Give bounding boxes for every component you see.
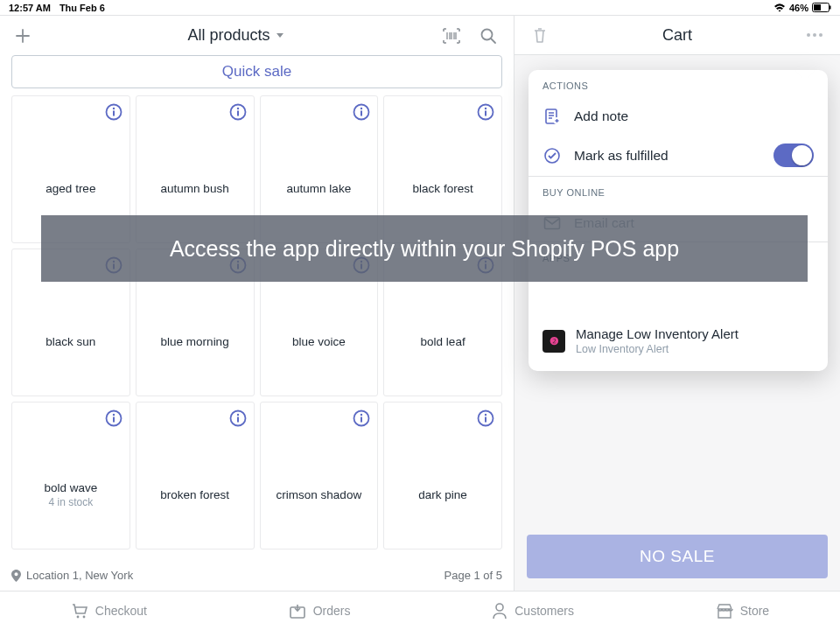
products-title-dropdown[interactable]: All products xyxy=(42,26,430,45)
svg-rect-2 xyxy=(830,6,831,10)
tab-orders[interactable]: Orders xyxy=(289,603,351,619)
product-grid: aged tree autumn bush autumn lake black … xyxy=(0,95,514,560)
products-footer: Location 1, New York Page 1 of 5 xyxy=(0,560,514,591)
svg-rect-39 xyxy=(485,417,486,423)
person-icon xyxy=(492,602,508,620)
tab-checkout[interactable]: Checkout xyxy=(71,603,147,619)
check-circle-icon xyxy=(542,146,562,165)
more-button[interactable] xyxy=(800,20,830,50)
app-row-subtitle: Low Inventory Alert xyxy=(576,343,738,355)
status-time: 12:57 AM xyxy=(9,3,51,13)
no-sale-button[interactable]: NO SALE xyxy=(527,535,828,578)
promo-banner: Access the app directly within your Shop… xyxy=(41,215,808,282)
svg-point-47 xyxy=(76,616,79,619)
info-icon[interactable] xyxy=(105,410,122,427)
note-add-icon xyxy=(542,107,562,126)
actions-section-label: ACTIONS xyxy=(528,70,828,98)
mark-fulfilled-row[interactable]: Mark as fulfilled xyxy=(528,135,828,176)
cart-header: Cart xyxy=(514,16,840,55)
cart-icon xyxy=(71,603,88,619)
info-icon[interactable] xyxy=(477,103,494,121)
svg-point-14 xyxy=(485,108,486,109)
svg-rect-15 xyxy=(485,111,486,116)
svg-rect-6 xyxy=(113,111,115,116)
info-icon[interactable] xyxy=(477,410,494,427)
svg-rect-30 xyxy=(113,417,115,423)
svg-point-32 xyxy=(236,414,238,416)
products-header: All products xyxy=(0,16,514,55)
info-icon[interactable] xyxy=(105,103,122,121)
inbox-icon xyxy=(289,603,306,619)
status-bar: 12:57 AM Thu Feb 6 46% xyxy=(0,0,840,15)
cart-title: Cart xyxy=(555,26,800,45)
svg-point-29 xyxy=(113,414,115,416)
svg-point-11 xyxy=(360,108,362,109)
location-label[interactable]: Location 1, New York xyxy=(26,569,133,582)
add-note-label: Add note xyxy=(574,108,628,124)
product-tile[interactable]: crimson shadow xyxy=(260,402,379,550)
app-row-title: Manage Low Inventory Alert xyxy=(576,326,738,341)
svg-point-41 xyxy=(813,33,816,37)
tab-store[interactable]: Store xyxy=(716,603,769,619)
quick-sale-button[interactable]: Quick sale xyxy=(11,55,502,88)
info-icon[interactable] xyxy=(353,410,370,427)
location-pin-icon xyxy=(11,570,21,582)
product-tile[interactable]: dark pine xyxy=(383,402,502,550)
svg-point-38 xyxy=(485,414,486,416)
app-icon: ❷ xyxy=(542,330,565,353)
svg-point-5 xyxy=(113,108,115,109)
cart-pane: Cart ACTIONS Add note Mark as fulfilled … xyxy=(514,16,840,591)
product-tile[interactable]: broken forest xyxy=(136,402,255,550)
info-icon[interactable] xyxy=(353,103,370,121)
page-indicator: Page 1 of 5 xyxy=(444,569,503,582)
battery-icon xyxy=(812,3,831,12)
svg-point-35 xyxy=(360,414,362,416)
svg-point-40 xyxy=(807,33,810,37)
svg-point-42 xyxy=(819,33,822,37)
mark-fulfilled-label: Mark as fulfilled xyxy=(574,148,668,164)
products-pane: All products Quick sale aged tree autumn… xyxy=(0,16,514,591)
svg-point-8 xyxy=(236,108,238,109)
add-note-row[interactable]: Add note xyxy=(528,98,828,135)
tab-customers[interactable]: Customers xyxy=(492,602,574,620)
app-row[interactable]: ❷ Manage Low Inventory Alert Low Invento… xyxy=(528,314,828,371)
svg-rect-9 xyxy=(237,111,239,116)
bottom-tab-bar: Checkout Orders Customers Store xyxy=(0,591,840,630)
svg-point-50 xyxy=(496,604,503,611)
search-button[interactable] xyxy=(473,21,503,51)
buy-online-section-label: BUY ONLINE xyxy=(528,177,828,205)
trash-button[interactable] xyxy=(525,20,555,50)
add-button[interactable] xyxy=(10,24,35,48)
svg-rect-12 xyxy=(360,111,362,116)
svg-rect-33 xyxy=(237,417,239,423)
chevron-down-icon xyxy=(276,32,284,39)
svg-rect-1 xyxy=(814,4,821,10)
store-icon xyxy=(716,603,733,619)
products-title: All products xyxy=(187,26,270,45)
mark-fulfilled-toggle[interactable] xyxy=(774,144,814,167)
product-tile[interactable]: bold wave4 in stock xyxy=(11,402,130,550)
svg-point-48 xyxy=(82,616,85,619)
wifi-icon xyxy=(774,4,786,12)
info-icon[interactable] xyxy=(229,103,247,121)
barcode-button[interactable] xyxy=(437,21,466,51)
info-icon[interactable] xyxy=(229,410,247,427)
svg-rect-36 xyxy=(360,417,362,423)
battery-percentage: 46% xyxy=(789,3,808,13)
status-date: Thu Feb 6 xyxy=(60,3,105,13)
